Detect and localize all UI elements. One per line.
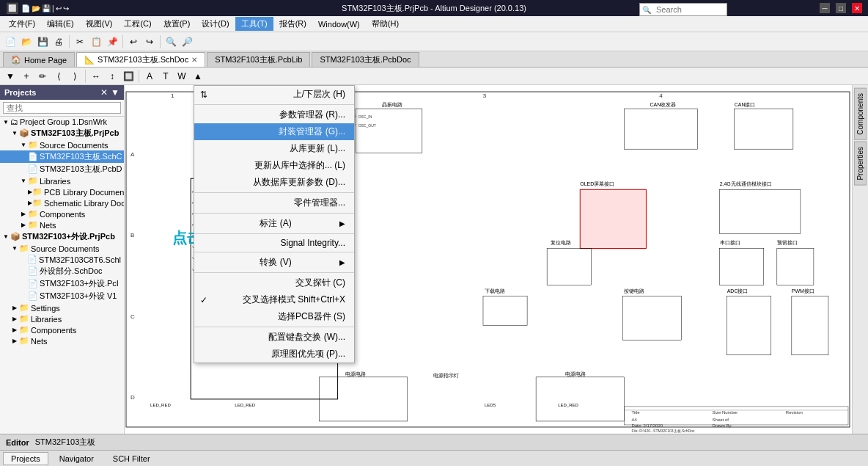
bottom-tab-schfilter[interactable]: SCH Filter bbox=[105, 452, 158, 465]
maximize-button[interactable]: □ bbox=[836, 3, 846, 13]
save-icon[interactable]: 💾 bbox=[42, 4, 51, 12]
toolbar-btn-6[interactable]: 📋 bbox=[89, 34, 103, 49]
tree-folder-nets2[interactable]: ▶ 📁 Nets bbox=[0, 335, 124, 346]
toolbar-btn-1[interactable]: 📄 bbox=[3, 34, 18, 49]
sch-tool-6[interactable]: ↔ bbox=[89, 69, 103, 84]
tree-project-2[interactable]: ▼ 📦 STM32F103+外设.PrjPcb bbox=[0, 230, 124, 243]
undo-icon[interactable]: ↩ bbox=[56, 4, 62, 12]
tree-file-stm[interactable]: 📄 STM32F103C8T6.Schl bbox=[0, 254, 124, 265]
tree-folder-libs[interactable]: ▼ 📁 Libraries bbox=[0, 175, 124, 186]
open-icon[interactable]: 📂 bbox=[32, 4, 40, 12]
toolbar-btn-5[interactable]: ✂ bbox=[73, 34, 87, 49]
menu-place[interactable]: 放置(P) bbox=[158, 17, 196, 31]
tree-file-sch[interactable]: 📄 STM32F103主板.SchC bbox=[0, 150, 124, 163]
menu-item-cross-probe[interactable]: 交叉探针 (C) bbox=[194, 274, 354, 291]
menu-design[interactable]: 设计(D) bbox=[196, 17, 235, 31]
toolbar-btn-3[interactable]: 💾 bbox=[35, 34, 50, 49]
menu-item-annotate[interactable]: 标注 (A) ▶ bbox=[194, 215, 354, 232]
toolbar-btn-10[interactable]: 🔍 bbox=[163, 34, 178, 49]
menu-edit[interactable]: 编辑(E) bbox=[41, 17, 80, 31]
sch-tool-7[interactable]: ↕ bbox=[105, 69, 119, 84]
new-icon[interactable]: 📄 bbox=[21, 4, 30, 12]
tab-pcblib[interactable]: STM32F103主板.PcbLib bbox=[207, 52, 310, 67]
toolbar-btn-4[interactable]: 🖨 bbox=[51, 34, 66, 49]
bottom-tab-projects[interactable]: Projects bbox=[3, 452, 48, 465]
menu-item-update-db[interactable]: 从数据库更新参数 (D)... bbox=[194, 174, 354, 191]
toolbar-btn-2[interactable]: 📂 bbox=[19, 34, 34, 49]
menu-report[interactable]: 报告(R) bbox=[273, 17, 312, 31]
project-icon: 📦 bbox=[10, 232, 21, 241]
sch-tool-5[interactable]: ⟩ bbox=[67, 69, 82, 84]
tree-group-1[interactable]: ▼ 🗂 Project Group 1.DsnWrk bbox=[0, 117, 124, 127]
tree-folder-pcblib[interactable]: ▶ 📁 PCB Library Documen bbox=[0, 186, 124, 197]
svg-text:串口接口: 串口接口 bbox=[720, 240, 740, 245]
toolbar-icons: 📄 📂 💾 | ↩ ↪ bbox=[21, 4, 69, 12]
right-panel-tab-components[interactable]: Components bbox=[854, 88, 867, 140]
menu-view[interactable]: 视图(V) bbox=[80, 17, 119, 31]
tab-schdoc-close[interactable]: ✕ bbox=[191, 56, 197, 64]
tree-file-v1[interactable]: 📄 STM32F103+外设 V1 bbox=[0, 290, 124, 302]
tab-pcbdoc[interactable]: STM32F103主板.PcbDoc bbox=[312, 52, 419, 67]
menu-project[interactable]: 工程(C) bbox=[118, 17, 157, 31]
menu-item-sch-prefs[interactable]: 原理图优先项 (P)... bbox=[194, 346, 354, 363]
editor-bar: Editor STM32F103主板 bbox=[0, 434, 868, 450]
tree-folder-source2[interactable]: ▼ 📁 Source Documents bbox=[0, 243, 124, 254]
sch-tool-2[interactable]: + bbox=[19, 69, 34, 84]
panel-search-input[interactable] bbox=[3, 102, 121, 114]
panel-close-icon[interactable]: ✕ bbox=[100, 87, 108, 98]
tree-arrow: ▶ bbox=[10, 316, 19, 322]
menu-item-config-kb[interactable]: 配置键盘交换 (W)... bbox=[194, 329, 354, 346]
bottom-tab-navigator[interactable]: Navigator bbox=[51, 452, 102, 465]
search-input[interactable] bbox=[653, 5, 727, 14]
svg-rect-15 bbox=[624, 109, 697, 149]
sch-tool-12[interactable]: ▲ bbox=[191, 69, 205, 84]
tree-file-pcb2[interactable]: 📄 STM32F103+外设.PcI bbox=[0, 277, 124, 290]
sch-tool-4[interactable]: ⟨ bbox=[51, 69, 66, 84]
schematic-canvas-area[interactable]: 1 2 3 4 A B C D 晶振电路 OSC_IN OSC_OUT CAN收… bbox=[125, 85, 852, 434]
sch-tool-9[interactable]: A bbox=[142, 69, 157, 84]
tree-project-1[interactable]: ▼ 📦 STM32F103主板.PrjPcb bbox=[0, 127, 124, 139]
menu-window[interactable]: Window(W) bbox=[312, 18, 366, 30]
left-panel: Projects ✕ ▼ ▼ 🗂 Project Group 1.DsnWrk … bbox=[0, 85, 125, 434]
right-panel-tab-properties[interactable]: Properties bbox=[854, 142, 867, 186]
menu-item-hierarchy[interactable]: ⇅ 上/下层次 (H) bbox=[194, 86, 354, 103]
menu-tools[interactable]: 工具(T) bbox=[235, 17, 273, 31]
menu-item-update-lib[interactable]: 从库更新 (L)... bbox=[194, 140, 354, 157]
menu-item-part[interactable]: 零件管理器... bbox=[194, 194, 354, 211]
menu-item-convert[interactable]: 转换 (V) ▶ bbox=[194, 254, 354, 271]
toolbar-btn-9[interactable]: ↪ bbox=[142, 34, 157, 49]
tab-home[interactable]: 🏠 Home Page bbox=[3, 52, 75, 67]
menu-help[interactable]: 帮助(H) bbox=[366, 17, 405, 31]
tree-folder-libraries[interactable]: ▶ 📁 Libraries bbox=[0, 313, 124, 324]
redo-icon[interactable]: ↪ bbox=[63, 4, 69, 12]
toolbar-btn-8[interactable]: ↩ bbox=[126, 34, 141, 49]
toolbar-btn-7[interactable]: 📌 bbox=[105, 34, 119, 49]
tools-dropdown-menu[interactable]: ⇅ 上/下层次 (H) 参数管理器 (R)... 封装管理器 (G)... 从库… bbox=[194, 85, 355, 363]
tree-folder-settings[interactable]: ▶ 📁 Settings bbox=[0, 302, 124, 313]
menu-item-select-pcb[interactable]: 选择PCB器件 (S) bbox=[194, 308, 354, 325]
menu-item-update-selected[interactable]: 更新从库中选择的... (L) bbox=[194, 157, 354, 174]
sch-tool-10[interactable]: T bbox=[158, 69, 173, 84]
sch-tool-1[interactable]: ▼ bbox=[3, 69, 18, 84]
menu-item-footprint[interactable]: 封装管理器 (G)... bbox=[194, 123, 354, 140]
menu-file[interactable]: 文件(F) bbox=[3, 17, 41, 31]
close-button[interactable]: ✕ bbox=[852, 3, 862, 13]
menu-item-cross-select[interactable]: ✓ 交叉选择模式 Shift+Ctrl+X bbox=[194, 291, 354, 308]
tree-folder-source[interactable]: ▼ 📁 Source Documents bbox=[0, 139, 124, 150]
tree-folder-components[interactable]: ▶ 📁 Components bbox=[0, 208, 124, 219]
tree-folder-comp2[interactable]: ▶ 📁 Components bbox=[0, 324, 124, 335]
sch-tool-11[interactable]: W bbox=[174, 69, 189, 84]
tab-schdoc[interactable]: 📐 STM32F103主板.SchDoc ✕ bbox=[76, 52, 205, 67]
tree-file-ext[interactable]: 📄 外设部分.SchDoc bbox=[0, 265, 124, 277]
sch-tool-8[interactable]: 🔲 bbox=[121, 69, 136, 84]
sch-tool-3[interactable]: ✏ bbox=[35, 69, 50, 84]
tree-folder-nets[interactable]: ▶ 📁 Nets bbox=[0, 219, 124, 230]
menu-item-param[interactable]: 参数管理器 (R)... bbox=[194, 106, 354, 123]
minimize-button[interactable]: ─ bbox=[820, 3, 830, 13]
file-icon: 📄 bbox=[28, 291, 38, 301]
tree-folder-schlib[interactable]: ▶ 📁 Schematic Library Doc bbox=[0, 197, 124, 208]
toolbar-btn-11[interactable]: 🔎 bbox=[180, 34, 194, 49]
tree-file-pcb[interactable]: 📄 STM32F103主板.PcbD bbox=[0, 163, 124, 175]
panel-config-icon[interactable]: ▼ bbox=[111, 87, 119, 98]
menu-item-signal[interactable]: Signal Integrity... bbox=[194, 236, 354, 250]
